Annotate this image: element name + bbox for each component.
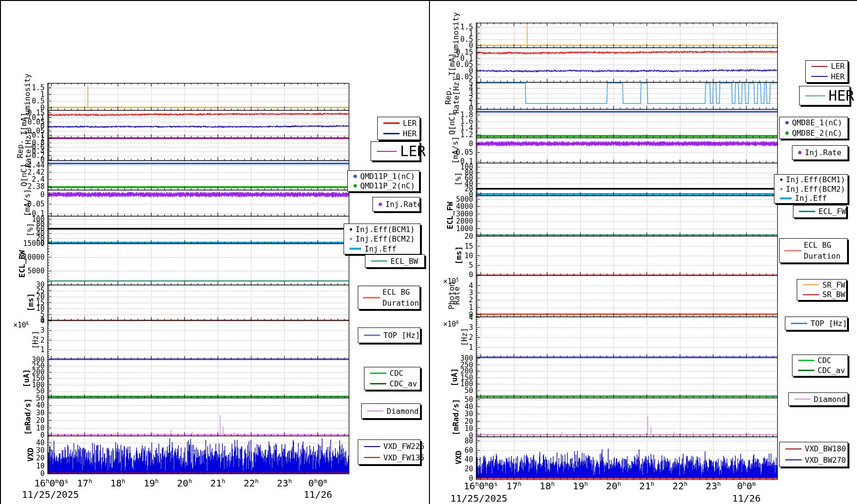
legend-label: SR_FW bbox=[822, 280, 845, 289]
legend-row: Duration bbox=[361, 299, 417, 308]
legend-row: Inj.Rate bbox=[795, 148, 845, 157]
legend-diamond: Diamond bbox=[788, 392, 848, 406]
y-axis-title: [Hz] bbox=[460, 328, 469, 346]
legend-label: Duration bbox=[382, 299, 419, 308]
legend-line-marker bbox=[364, 446, 380, 448]
legend-label: QMD11P_2(nC) bbox=[360, 181, 415, 190]
legend-label: Inj.Eff(BCM2) bbox=[786, 185, 845, 194]
legend-rows: VXD_FW225VXD_FW135 bbox=[358, 440, 420, 464]
legend-label: Diamond bbox=[387, 407, 419, 416]
legend-row: Diamond bbox=[364, 407, 417, 416]
legend-label: SR_BW bbox=[822, 290, 845, 299]
legend-ler-her: LERHER bbox=[805, 60, 848, 83]
legend-label: VXD_BW270 bbox=[805, 456, 846, 465]
legend-inj-rate: Inj.Rate bbox=[373, 197, 420, 212]
legend-rows: LERHER bbox=[378, 117, 419, 140]
legend-row: QMD11P_2(nC) bbox=[351, 181, 416, 190]
legend-qmd11p-1-nc-qmd11p-2-nc: QMD11P_1(nC)QMD11P_2(nC) bbox=[347, 170, 419, 192]
legend-cdc-cdc-av: CDCCDC_av bbox=[364, 367, 420, 390]
legend-rows: VXD_BW180VXD_BW270 bbox=[780, 442, 848, 467]
superscript: 6 bbox=[456, 320, 459, 325]
legend-label: TOP [Hz] bbox=[383, 331, 420, 340]
legend-line-marker bbox=[785, 448, 801, 450]
legend-label: Inj.Eff(BCM1) bbox=[786, 175, 845, 184]
superscript: m bbox=[752, 480, 756, 487]
legend-row: Diamond bbox=[792, 395, 845, 404]
legend-sr-fw-sr-bw: SR_FWSR_BW bbox=[797, 279, 847, 300]
legend-line-marker bbox=[794, 399, 810, 400]
legend-rows: CDCCDC_av bbox=[364, 367, 420, 390]
legend-her: HER bbox=[799, 86, 850, 105]
legend-row: Inj.Rate bbox=[376, 200, 417, 209]
legend-label: CDC_av bbox=[390, 379, 417, 388]
legend-marker-pad bbox=[785, 256, 801, 256]
legend-line-marker bbox=[799, 211, 815, 212]
legend-row: HER bbox=[809, 72, 845, 81]
legend-sdot-marker bbox=[350, 238, 352, 240]
legend-rows: QMD8E_1(nC)QMD8E_2(nC) bbox=[780, 117, 848, 139]
legend-line-marker bbox=[811, 76, 828, 77]
legend-row: CDC_av bbox=[795, 366, 845, 375]
legend-row: CDC bbox=[367, 369, 417, 378]
legend-dot-marker bbox=[785, 131, 789, 135]
legend-row: Inj.Eff bbox=[777, 194, 845, 203]
legend-row: ECL BG bbox=[361, 288, 417, 297]
legend-label: Diamond bbox=[814, 395, 846, 404]
legend-vxd-fw225-vxd-fw135: VXD_FW225VXD_FW135 bbox=[358, 439, 420, 465]
legend-marker-pad bbox=[364, 303, 379, 303]
legend-line-marker bbox=[784, 250, 801, 252]
end-date-label: 11/26 bbox=[718, 493, 775, 504]
legend-qmd8e-1-nc-qmd8e-2-nc: QMD8E_1(nC)QMD8E_2(nC) bbox=[779, 117, 848, 139]
legend-rows: TOP [Hz] bbox=[785, 317, 847, 330]
legend-rows: LERHER bbox=[806, 61, 848, 82]
legend-ecl-bw: ECL_BW bbox=[365, 254, 425, 268]
legend-row: Inj.Eff(BCM2) bbox=[777, 185, 845, 194]
legend-ecl-fw: ECL_FW bbox=[793, 205, 847, 218]
legend-ler-her: LERHER bbox=[377, 117, 420, 140]
legend-vxd-bw180-vxd-bw270: VXD_BW180VXD_BW270 bbox=[779, 442, 848, 467]
legend-row: Inj.Eff(BCM1) bbox=[777, 175, 845, 184]
legend-row: SR_FW bbox=[800, 280, 843, 289]
legend-row: ECL_BW bbox=[368, 257, 421, 266]
legend-line-marker bbox=[370, 373, 386, 374]
legend-rows: Diamond bbox=[362, 404, 420, 418]
legend-row: HER bbox=[802, 87, 847, 104]
legend-dot-marker bbox=[354, 184, 357, 187]
legend-top-hz: TOP [Hz] bbox=[358, 327, 420, 343]
legend-label: ECL BG bbox=[382, 288, 410, 297]
y-tick-label: 20 bbox=[435, 464, 473, 474]
legend-line-marker bbox=[367, 411, 383, 412]
legend-ecl-bg-duration: ECL BGDuration bbox=[779, 238, 848, 263]
legend-label: ECL BG bbox=[804, 241, 831, 250]
legend-ler: LER bbox=[371, 141, 420, 161]
legend-dot-marker bbox=[379, 203, 382, 206]
legend-line-marker bbox=[371, 261, 387, 262]
legend-label: VXD_FW135 bbox=[383, 453, 425, 462]
legend-line-marker bbox=[798, 370, 814, 371]
legend-label: Inj.Rate bbox=[385, 200, 422, 209]
legend-label: CDC bbox=[818, 356, 831, 365]
legend-row: HER bbox=[381, 129, 417, 138]
legend-row: VXD_FW135 bbox=[361, 453, 417, 462]
legend-inj-rate: Inj.Rate bbox=[792, 145, 848, 160]
beam-background-monitor: 11/25/2025 11/26 1.510.50Luminosity0.150… bbox=[0, 0, 857, 504]
y-axis-title: VXD bbox=[454, 451, 463, 465]
legend-sdot-marker bbox=[780, 188, 782, 190]
legend-label: ECL_BW bbox=[391, 257, 418, 266]
legend-row: VXD_BW270 bbox=[782, 456, 845, 465]
legend-row: Inj.Eff bbox=[347, 244, 417, 253]
legend-row: VXD_BW180 bbox=[782, 444, 845, 453]
legend-marker-pad bbox=[364, 292, 379, 292]
legend-dot-marker bbox=[798, 151, 801, 154]
legend-label: HER bbox=[403, 129, 417, 138]
legend-label: VXD_FW225 bbox=[383, 442, 425, 451]
axis-scale-label: ×105 bbox=[443, 277, 459, 286]
legend-label: QMD8E_1(nC) bbox=[792, 118, 842, 127]
legend-rows: ECL_FW bbox=[793, 205, 846, 217]
legend-label: Duration bbox=[804, 252, 840, 261]
legend-line-marker bbox=[383, 133, 400, 134]
legend-line-marker bbox=[785, 459, 801, 461]
legend-row: ECL_FW bbox=[796, 207, 843, 216]
legend-label: Inj.Rate bbox=[805, 148, 841, 157]
y-axis-title: [mRad/s] bbox=[451, 399, 460, 435]
